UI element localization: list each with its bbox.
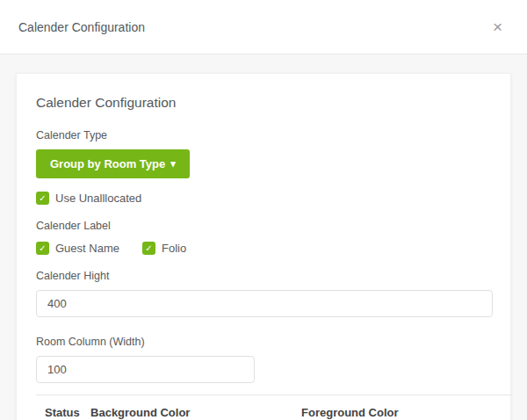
use-unallocated-row: ✓ Use Unalllocated	[36, 192, 491, 205]
background-color-column-header: Background Color	[90, 395, 301, 420]
guest-name-checkbox[interactable]: ✓ Guest Name	[36, 242, 119, 255]
calender-hight-label: Calender Hight	[36, 270, 491, 282]
guest-name-label: Guest Name	[55, 242, 119, 255]
status-colors-table: Status Background Color Foreground Color…	[36, 395, 512, 420]
checkbox-checked: ✓	[36, 192, 49, 205]
checkbox-checked: ✓	[36, 242, 49, 255]
checkbox-checked: ✓	[142, 242, 155, 255]
status-column-header: Status	[36, 395, 90, 420]
close-icon[interactable]: ×	[489, 18, 506, 35]
use-unallocated-checkbox[interactable]: ✓ Use Unalllocated	[36, 192, 141, 205]
room-column-width-label: Room Column (Width)	[36, 336, 491, 348]
check-icon: ✓	[39, 194, 46, 203]
modal-header: Calender Configuration ×	[0, 0, 527, 54]
folio-checkbox[interactable]: ✓ Folio	[142, 242, 186, 255]
room-column-width-input[interactable]	[36, 356, 255, 383]
calender-type-label: Calender Type	[36, 129, 491, 141]
caret-down-icon: ▾	[170, 159, 176, 169]
modal-title: Calender Configuration	[18, 20, 145, 34]
calender-label-label: Calender Label	[36, 220, 491, 232]
group-by-room-type-dropdown[interactable]: Group by Room Type ▾	[36, 149, 190, 178]
use-unallocated-label: Use Unalllocated	[55, 192, 141, 205]
foreground-color-column-header: Foreground Color	[301, 395, 512, 420]
calender-configuration-card: Calender Configuration Calender Type Gro…	[16, 73, 511, 420]
card-heading: Calender Configuration	[36, 95, 491, 111]
dropdown-label: Group by Room Type	[50, 157, 165, 170]
check-icon: ✓	[39, 244, 46, 253]
check-icon: ✓	[145, 244, 152, 253]
calender-label-options-row: ✓ Guest Name ✓ Folio	[36, 242, 491, 255]
calender-hight-input[interactable]	[36, 290, 493, 317]
table-header-row: Status Background Color Foreground Color	[36, 395, 512, 420]
folio-label: Folio	[162, 242, 186, 255]
